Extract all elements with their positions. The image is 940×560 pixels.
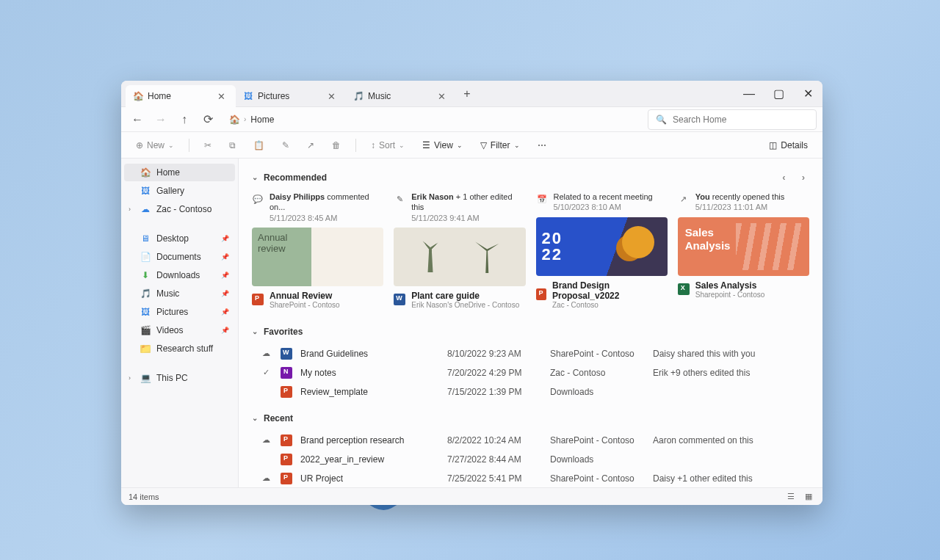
sidebar-item-gallery[interactable]: 🖼Gallery xyxy=(124,182,235,200)
file-activity: Aaron commented on this xyxy=(653,435,809,446)
cloud-icon: ☁ xyxy=(140,204,151,214)
more-button[interactable]: ⋯ xyxy=(532,137,552,153)
sidebar-item-documents[interactable]: 📄Documents📌 xyxy=(124,248,235,266)
minimize-button[interactable]: — xyxy=(734,81,764,107)
close-tab-icon[interactable]: ✕ xyxy=(435,90,449,103)
refresh-button[interactable]: ⟳ xyxy=(198,109,218,130)
sidebar-item-desktop[interactable]: 🖥Desktop📌 xyxy=(124,230,235,247)
favorites-list: ☁Brand Guidelines8/10/2022 9:23 AMShareP… xyxy=(252,344,809,401)
recommended-card[interactable]: 📅Related to a recent meeting5/10/2023 8:… xyxy=(536,192,668,309)
pin-icon: 📌 xyxy=(221,235,229,242)
sidebar-item-music[interactable]: 🎵Music📌 xyxy=(124,285,235,302)
rename-button[interactable]: ✎ xyxy=(276,137,295,153)
ppt-file-icon xyxy=(281,454,292,465)
recent-header[interactable]: ⌄ Recent xyxy=(252,409,809,431)
file-location: SharePoint - Contoso xyxy=(550,435,646,446)
new-button[interactable]: ⊕New⌄ xyxy=(130,137,180,153)
sidebar-label: Downloads xyxy=(156,270,200,280)
paste-button[interactable]: 📋 xyxy=(247,137,270,153)
details-pane-button[interactable]: ◫Details xyxy=(763,137,814,153)
view-button[interactable]: ☰View⌄ xyxy=(416,137,469,153)
tab-home[interactable]: 🏠 Home ✕ xyxy=(126,85,236,107)
ppt-file-icon xyxy=(536,288,547,300)
tab-label: Home xyxy=(148,91,171,101)
close-tab-icon[interactable]: ✕ xyxy=(214,90,228,103)
search-input[interactable] xyxy=(673,114,809,125)
ellipsis-icon: ⋯ xyxy=(538,140,546,150)
sidebar-label: Desktop xyxy=(156,233,189,244)
chevron-down-icon: ⌄ xyxy=(168,142,174,149)
recommended-header[interactable]: ⌄ Recommended ‹ › xyxy=(252,166,809,192)
recommended-card[interactable]: ✎Erik Nason + 1 other edited this5/11/20… xyxy=(394,192,525,309)
copy-button[interactable]: ⧉ xyxy=(223,137,242,153)
file-date: 7/27/2022 8:44 AM xyxy=(447,454,543,465)
chevron-down-icon: ⌄ xyxy=(252,414,258,422)
sidebar-label: Documents xyxy=(156,252,201,262)
chevron-down-icon: ⌄ xyxy=(252,173,258,181)
favorites-header[interactable]: ⌄ Favorites xyxy=(252,322,809,344)
sidebar-item-videos[interactable]: 🎬Videos📌 xyxy=(124,321,235,339)
sidebar-label: Zac - Contoso xyxy=(156,204,212,214)
close-window-button[interactable]: ✕ xyxy=(793,81,822,107)
file-row[interactable]: ☁UR Project7/25/2022 5:41 PMSharePoint -… xyxy=(259,469,809,487)
sidebar-item-research-stuff[interactable]: 📁Research stuff xyxy=(124,340,235,357)
sidebar-item-downloads[interactable]: ⬇Downloads📌 xyxy=(124,266,235,284)
pin-icon: 📌 xyxy=(221,290,229,297)
status-bar: 14 items ☰ ▦ xyxy=(121,487,822,505)
file-name: Brand Guidelines xyxy=(300,349,440,359)
close-tab-icon[interactable]: ✕ xyxy=(325,90,339,103)
sidebar-label: This PC xyxy=(156,373,188,383)
command-bar: ⊕New⌄ ✂ ⧉ 📋 ✎ ↗ 🗑 ↕Sort⌄ ☰View⌄ ▽Filter⌄… xyxy=(121,132,822,159)
home-icon: 🏠 xyxy=(133,91,143,101)
breadcrumb[interactable]: 🏠 › Home xyxy=(221,109,645,130)
file-row[interactable]: ☁Brand Guidelines8/10/2022 9:23 AMShareP… xyxy=(259,344,809,363)
search-box[interactable]: 🔍 xyxy=(648,109,817,130)
sync-status-icon: ☁ xyxy=(259,349,272,358)
thumbnails-view-button[interactable]: ▦ xyxy=(802,490,815,503)
maximize-button[interactable]: ▢ xyxy=(764,81,793,107)
share-icon: ↗ xyxy=(307,140,314,150)
file-row[interactable]: 2022_year_in_review7/27/2022 8:44 AMDown… xyxy=(259,450,809,469)
sync-status-icon: ☁ xyxy=(259,435,272,445)
file-row[interactable]: ☁Brand perception research8/2/2022 10:24… xyxy=(259,431,809,450)
forward-button[interactable]: → xyxy=(151,109,171,130)
pic-icon: 🖼 xyxy=(140,307,151,317)
recommended-card[interactable]: ↗You recently opened this5/11/2023 11:01… xyxy=(678,192,809,309)
delete-button[interactable]: 🗑 xyxy=(326,137,347,153)
down-icon: ⬇ xyxy=(140,270,151,280)
file-activity: Daisy +1 other edited this xyxy=(653,473,809,484)
sidebar-label: Pictures xyxy=(156,307,188,317)
navigation-bar: ← → ↑ ⟳ 🏠 › Home 🔍 xyxy=(121,107,822,132)
word-file-icon xyxy=(281,348,292,360)
window-controls: — ▢ ✕ xyxy=(734,81,822,107)
filter-button[interactable]: ▽Filter⌄ xyxy=(474,137,526,153)
ppt-file-icon xyxy=(281,386,292,398)
up-button[interactable]: ↑ xyxy=(174,109,195,130)
scroll-left-button[interactable]: ‹ xyxy=(778,170,789,184)
chevron-down-icon: ⌄ xyxy=(514,142,520,149)
details-icon: ◫ xyxy=(769,140,777,150)
file-row[interactable]: ✓My notes7/20/2022 4:29 PMZac - ContosoE… xyxy=(259,363,809,382)
details-view-button[interactable]: ☰ xyxy=(784,490,798,503)
scroll-right-button[interactable]: › xyxy=(798,170,809,184)
pc-icon: 💻 xyxy=(140,373,151,383)
recommended-card[interactable]: 💬Daisy Philipps commented on...5/11/2023… xyxy=(252,192,383,309)
sidebar-item-zac-contoso[interactable]: ›☁Zac - Contoso xyxy=(124,200,235,218)
sidebar-item-pictures[interactable]: 🖼Pictures📌 xyxy=(124,303,235,321)
ppt-file-icon xyxy=(281,434,292,446)
chevron-down-icon: ⌄ xyxy=(457,142,463,149)
sidebar-item-home[interactable]: 🏠Home xyxy=(124,164,235,181)
sort-button[interactable]: ↕Sort⌄ xyxy=(365,137,411,153)
cut-button[interactable]: ✂ xyxy=(198,137,217,153)
chevron-down-icon: ⌄ xyxy=(252,327,258,335)
file-explorer-window: 🏠 Home ✕ 🖼 Pictures ✕ 🎵 Music ✕ + — ▢ ✕ … xyxy=(121,81,822,505)
home-icon: 🏠 xyxy=(229,114,239,125)
tab-music[interactable]: 🎵 Music ✕ xyxy=(346,85,456,107)
thumbnail xyxy=(394,228,525,286)
file-row[interactable]: Review_template7/15/2022 1:39 PMDownload… xyxy=(259,382,809,401)
new-tab-button[interactable]: + xyxy=(456,83,478,105)
back-button[interactable]: ← xyxy=(127,109,148,130)
share-button[interactable]: ↗ xyxy=(301,137,320,153)
tab-pictures[interactable]: 🖼 Pictures ✕ xyxy=(236,85,346,107)
sidebar-item-this-pc[interactable]: ›💻This PC xyxy=(124,369,235,387)
